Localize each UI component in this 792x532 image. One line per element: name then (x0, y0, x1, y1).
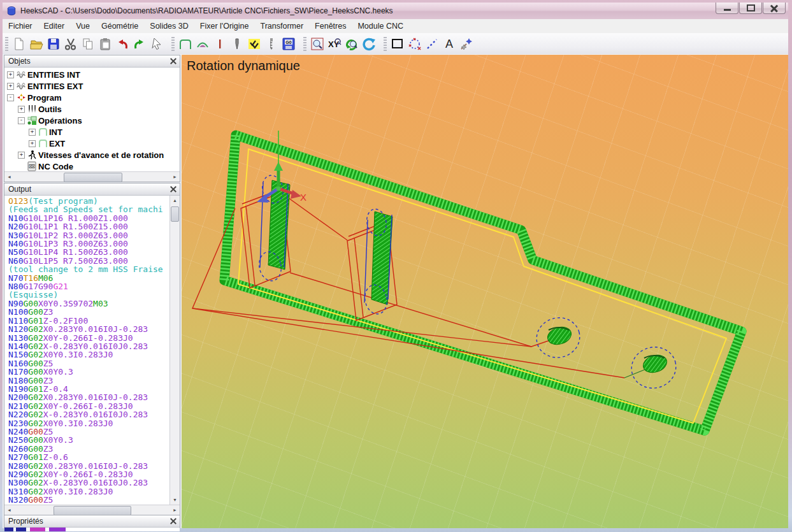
menu-vue[interactable]: Vue (70, 19, 96, 33)
new-file-button[interactable] (10, 35, 27, 52)
zoom-window-button[interactable]: XY (326, 35, 343, 52)
pocket-op-button[interactable] (194, 35, 211, 52)
scroll-thumb[interactable] (171, 206, 179, 222)
toolbar-grip[interactable] (384, 37, 387, 51)
tree-item-op-rations[interactable]: -Opérations (4, 115, 180, 126)
copy-button[interactable] (79, 35, 96, 52)
paste-button[interactable] (96, 35, 113, 52)
heekscad-window: { "window": { "title": "HeeksCAD - C:\\U… (0, 0, 792, 532)
wand-tool-button[interactable] (457, 35, 475, 52)
toolbar-grip[interactable] (171, 37, 175, 51)
scroll-up-icon[interactable]: ▲ (170, 196, 180, 205)
menu-solides-3d[interactable]: Solides 3D (144, 19, 194, 33)
objects-hscrollbar[interactable]: ◄ ► (4, 171, 180, 182)
tree-item-entities-int[interactable]: +ENTITIES INT (4, 69, 180, 80)
open-file-button[interactable] (27, 35, 45, 52)
menu-module-cnc[interactable]: Module CNC (352, 19, 409, 33)
expand-icon[interactable]: + (18, 106, 25, 113)
collapse-icon[interactable]: - (18, 117, 25, 124)
gcode-line: N30G10L1P2 R3.000Z63.000 (8, 231, 170, 240)
menu-fichier[interactable]: Fichier (3, 19, 38, 33)
tree-item-outils[interactable]: +Outils (4, 103, 180, 115)
cut-button[interactable] (62, 35, 79, 52)
undo-button[interactable] (113, 35, 131, 52)
heekscad-logo-icon (6, 5, 17, 17)
rectangle-tool-button[interactable] (389, 35, 406, 52)
tap-tool-button[interactable] (263, 35, 280, 52)
gcode-output[interactable]: O123(Test program)(Feeds and Speeds set … (4, 196, 170, 505)
save-file-button[interactable] (45, 35, 62, 52)
profile-op-button[interactable] (176, 35, 194, 52)
gcode-line: N50G10L1P4 R1.500Z63.000 (8, 248, 170, 256)
view-rotate-button[interactable] (360, 35, 377, 52)
graphics-viewport[interactable]: X Rotation dynamique (182, 55, 788, 528)
menu-g-om-trie[interactable]: Géométrie (96, 19, 144, 33)
redo-button[interactable] (131, 35, 148, 52)
output-panel-close-icon[interactable] (169, 185, 178, 194)
expand-icon[interactable]: + (29, 129, 36, 136)
menu-editer[interactable]: Editer (38, 19, 71, 33)
close-button[interactable] (763, 3, 786, 14)
expand-icon[interactable]: + (29, 140, 36, 147)
objects-panel-close-icon[interactable] (169, 57, 178, 66)
tree-item-entities-ext[interactable]: +ENTITIES EXT (4, 80, 180, 92)
gcode-line: N120G02X0.283Y0.016I0J-0.283 (8, 325, 170, 333)
gcode-line: N90G00X0Y0.3S9702M03 (8, 299, 170, 308)
select-button[interactable] (148, 35, 165, 52)
tree-item-ext[interactable]: +EXT (4, 138, 180, 149)
menu-fixer-l-origine[interactable]: Fixer l'Origine (194, 19, 255, 33)
properties-panel-close-icon[interactable] (169, 517, 178, 526)
tree-item-label: ENTITIES EXT (27, 82, 83, 91)
title-bar[interactable]: HeeksCAD - C:\Users\Dodo\Documents\RADIO… (3, 3, 788, 20)
tool-button[interactable] (228, 35, 245, 52)
zoom-prev-button[interactable] (343, 35, 360, 52)
menu-transformer[interactable]: Transformer (254, 19, 309, 33)
close-icon (770, 4, 778, 12)
properties-panel-header[interactable]: Propriétés (4, 515, 180, 528)
sketch-points-button[interactable] (406, 35, 423, 52)
tree-item-vitesses-d-avance-et-de-rotation[interactable]: +Vitesses d'avance et de rotation (4, 149, 180, 161)
scroll-right-icon[interactable]: ► (170, 505, 180, 515)
tree-item-nc-code[interactable]: GONC Code (4, 161, 180, 171)
cad-scene: X Rotation dynamique (182, 55, 788, 528)
tree-item-label: ENTITIES INT (27, 70, 80, 80)
expand-icon[interactable]: + (7, 83, 14, 90)
scroll-left-icon[interactable]: ◄ (4, 172, 14, 182)
scroll-thumb[interactable] (54, 506, 131, 515)
tree-item-int[interactable]: +INT (4, 126, 180, 138)
tree-item-label: Program (27, 93, 61, 103)
save-file-icon (47, 37, 61, 51)
objects-panel-header[interactable]: Objets (4, 55, 180, 68)
scroll-thumb[interactable] (64, 173, 122, 182)
tree-item-program[interactable]: -Program (4, 92, 180, 103)
expand-icon[interactable]: + (7, 71, 14, 78)
scroll-right-icon[interactable]: ► (170, 172, 180, 182)
drill-op-button[interactable] (211, 35, 228, 52)
gcode-line: (Esquisse) (8, 291, 170, 299)
axis-x-label: X (300, 192, 306, 203)
zoom-extents-button[interactable] (308, 35, 326, 52)
expand-icon[interactable]: + (18, 152, 25, 159)
minimize-button[interactable] (716, 3, 738, 14)
line-tool-button[interactable] (423, 35, 440, 52)
menu-fen-tres[interactable]: Fenêtres (309, 19, 352, 33)
maximize-button[interactable] (739, 3, 762, 14)
output-panel-header[interactable]: Output (4, 183, 180, 196)
collapse-icon[interactable]: - (7, 94, 14, 101)
toolbar-group-view: XY (301, 34, 377, 54)
toolbar-grip[interactable] (5, 37, 8, 51)
rapid-moves (192, 189, 624, 378)
scroll-left-icon[interactable]: ◄ (4, 505, 14, 515)
output-hscrollbar[interactable]: ◄ ► (4, 505, 180, 515)
profile-icon (38, 138, 48, 148)
post-process-button[interactable]: G0 (280, 35, 297, 52)
profile-op-icon (178, 37, 192, 51)
verify-button[interactable] (245, 35, 263, 52)
gcode-line: N220G02X-0.283Y0.016I0J0.283 (8, 410, 170, 419)
toolbar-grip[interactable] (303, 37, 306, 51)
text-tool-button[interactable]: A (440, 35, 457, 52)
gcode-line: N230G02X0Y0.3I0.283J0 (8, 419, 170, 428)
scroll-down-icon[interactable]: ▼ (170, 495, 180, 505)
output-vscrollbar[interactable]: ▲ ▼ (169, 196, 180, 505)
gcode-line: O123(Test program) (8, 197, 170, 205)
